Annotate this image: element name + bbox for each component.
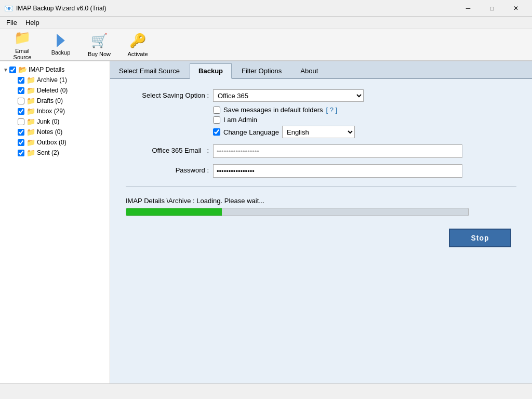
sidebar: ▼ 📂 IMAP Details 📁 Archive (1) 📁 Deleted… [0, 61, 110, 383]
root-folder-icon: 📂 [18, 65, 27, 74]
password-label: Password : [126, 164, 209, 174]
change-language-label: Change Language [223, 128, 279, 136]
email-row: Office 365 Email : [126, 144, 516, 158]
email-field-container [213, 144, 516, 158]
folder-icon: 📁 [26, 86, 35, 95]
sidebar-checkbox-sent[interactable] [18, 150, 24, 156]
sidebar-checkbox-inbox[interactable] [18, 108, 24, 115]
progress-bar-fill [126, 208, 222, 216]
help-link[interactable]: [ ? ] [326, 106, 338, 114]
buy-now-label: Buy Now [88, 51, 111, 57]
sidebar-item-notes[interactable]: 📁 Notes (0) [10, 127, 108, 137]
sidebar-item-drafts[interactable]: 📁 Drafts (0) [10, 96, 108, 106]
buy-now-icon: 🛒 [91, 33, 108, 49]
sidebar-checkbox-outbox[interactable] [18, 139, 24, 146]
backup-button[interactable]: Backup [43, 31, 79, 59]
sidebar-label-inbox: Inbox (29) [37, 108, 65, 115]
stop-button[interactable]: Stop [449, 229, 511, 247]
backup-icon [54, 34, 68, 47]
email-source-icon: 📁 [14, 30, 31, 46]
email-label: Office 365 Email : [126, 144, 209, 154]
password-field-container [213, 164, 516, 178]
sidebar-checkbox-drafts[interactable] [18, 98, 24, 104]
app-title: IMAP Backup Wizard v6.0 (Trial) [16, 5, 456, 12]
tab-backup[interactable]: Backup [190, 63, 232, 79]
maximize-button[interactable]: □ [480, 0, 504, 17]
close-button[interactable]: ✕ [504, 0, 528, 17]
sidebar-label-junk: Junk (0) [37, 118, 59, 125]
tree-root-item[interactable]: ▼ 📂 IMAP Details [2, 64, 108, 75]
change-language-row: Change Language English French German Sp… [213, 126, 516, 138]
password-row: Password : [126, 164, 516, 178]
statusbar [0, 383, 532, 399]
folder-icon: 📁 [26, 149, 35, 157]
form-divider [126, 186, 516, 187]
progress-section: IMAP Details \Archive : Loading. Please … [126, 197, 516, 216]
save-messages-label: Save messages in default folders [223, 106, 323, 114]
app-icon: 📧 [4, 4, 13, 12]
sidebar-label-deleted: Deleted (0) [37, 87, 68, 94]
menu-help[interactable]: Help [21, 18, 44, 28]
folder-icon: 📁 [26, 117, 35, 126]
sidebar-item-sent[interactable]: 📁 Sent (2) [10, 148, 108, 158]
sidebar-checkbox-notes[interactable] [18, 129, 24, 136]
password-input[interactable] [213, 164, 462, 178]
email-source-button[interactable]: 📁 Email Source [4, 31, 41, 59]
stop-row: Stop [126, 229, 516, 247]
root-label: IMAP Details [29, 66, 64, 73]
i-am-admin-checkbox[interactable] [213, 116, 220, 124]
backup-form: Select Saving Option : Office 365 PST MB… [126, 89, 516, 247]
buy-now-button[interactable]: 🛒 Buy Now [81, 31, 117, 59]
sidebar-item-deleted[interactable]: 📁 Deleted (0) [10, 85, 108, 96]
email-input[interactable] [213, 144, 462, 158]
content-area: Select Email Source Backup Filter Option… [110, 61, 532, 383]
sidebar-item-inbox[interactable]: 📁 Inbox (29) [10, 106, 108, 116]
sidebar-checkbox-archive[interactable] [18, 77, 24, 84]
tab-select-email-source[interactable]: Select Email Source [110, 63, 189, 78]
sidebar-label-outbox: Outbox (0) [37, 139, 66, 146]
tree-children: 📁 Archive (1) 📁 Deleted (0) 📁 Drafts (0)… [2, 75, 108, 158]
tab-bar: Select Email Source Backup Filter Option… [110, 61, 532, 79]
minimize-button[interactable]: ─ [456, 0, 480, 17]
toolbar: 📁 Email Source Backup 🛒 Buy Now 🔑 Activa… [0, 29, 532, 61]
activate-icon: 🔑 [129, 33, 146, 49]
i-am-admin-row: I am Admin [213, 116, 516, 124]
folder-icon: 📁 [26, 107, 35, 115]
folder-icon: 📁 [26, 76, 35, 84]
sidebar-label-sent: Sent (2) [37, 149, 59, 156]
saving-option-field: Office 365 PST MBOX EML MSG PDF Gmail [213, 89, 516, 138]
tree-expand-icon: ▼ [3, 67, 9, 73]
language-select[interactable]: English French German Spanish [282, 126, 355, 138]
change-language-checkbox[interactable] [213, 128, 220, 136]
tree-root: ▼ 📂 IMAP Details 📁 Archive (1) 📁 Deleted… [0, 63, 110, 159]
menu-file[interactable]: File [2, 18, 21, 28]
activate-label: Activate [127, 51, 148, 57]
folder-icon: 📁 [26, 138, 35, 147]
folder-icon: 📁 [26, 128, 35, 136]
sidebar-label-notes: Notes (0) [37, 128, 62, 136]
saving-option-select[interactable]: Office 365 PST MBOX EML MSG PDF Gmail [213, 89, 364, 102]
progress-bar-container [126, 208, 469, 216]
tab-filter-options[interactable]: Filter Options [233, 63, 290, 78]
sidebar-label-drafts: Drafts (0) [37, 97, 63, 104]
sidebar-item-junk[interactable]: 📁 Junk (0) [10, 116, 108, 127]
progress-status: IMAP Details \Archive : Loading. Please … [126, 197, 516, 205]
save-messages-checkbox[interactable] [213, 107, 220, 114]
menubar: File Help [0, 17, 532, 29]
root-checkbox[interactable] [9, 66, 16, 73]
sidebar-checkbox-deleted[interactable] [18, 87, 24, 94]
tab-about[interactable]: About [291, 63, 327, 78]
saving-option-label: Select Saving Option : [126, 89, 209, 99]
activate-button[interactable]: 🔑 Activate [119, 31, 156, 59]
titlebar: 📧 IMAP Backup Wizard v6.0 (Trial) ─ □ ✕ [0, 0, 532, 17]
sidebar-item-archive[interactable]: 📁 Archive (1) [10, 75, 108, 85]
sidebar-checkbox-junk[interactable] [18, 118, 24, 125]
save-messages-row: Save messages in default folders [ ? ] [213, 106, 516, 114]
email-source-label: Email Source [6, 48, 38, 60]
backup-label: Backup [51, 49, 71, 56]
sidebar-item-outbox[interactable]: 📁 Outbox (0) [10, 137, 108, 148]
folder-icon: 📁 [26, 97, 35, 105]
sidebar-label-archive: Archive (1) [37, 76, 67, 84]
options-group: Save messages in default folders [ ? ] I… [213, 106, 516, 138]
tab-content: Select Saving Option : Office 365 PST MB… [110, 79, 532, 383]
